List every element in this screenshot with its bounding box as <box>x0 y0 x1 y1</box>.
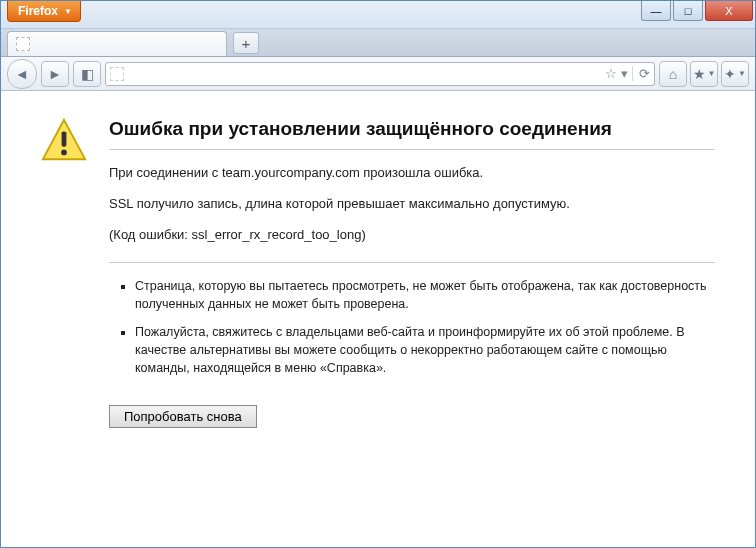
tab-strip: + <box>1 29 755 57</box>
feed-button[interactable]: ◧ <box>73 61 101 87</box>
error-connection-line: При соединении с team.yourcompany.com пр… <box>109 164 715 182</box>
dropdown-icon[interactable]: ▾ <box>621 66 628 81</box>
tab-active[interactable] <box>7 31 227 56</box>
minimize-icon: — <box>651 5 662 17</box>
maximize-icon: □ <box>685 5 692 17</box>
window-titlebar: Firefox ▼ — □ X <box>1 1 755 29</box>
reload-icon[interactable]: ⟳ <box>632 66 650 81</box>
warning-icon <box>41 117 87 428</box>
new-tab-button[interactable]: + <box>233 32 259 54</box>
forward-icon: ► <box>48 66 62 82</box>
chevron-down-icon: ▼ <box>64 7 72 16</box>
error-bullet: Страница, которую вы пытаетесь просмотре… <box>135 277 715 313</box>
forward-button[interactable]: ► <box>41 61 69 87</box>
close-button[interactable]: X <box>705 1 753 21</box>
chevron-down-icon: ▼ <box>738 69 746 78</box>
chevron-down-icon: ▼ <box>708 69 716 78</box>
minimize-button[interactable]: — <box>641 1 671 21</box>
addons-icon: ✦ <box>724 66 736 82</box>
firefox-menu-button[interactable]: Firefox ▼ <box>7 1 81 22</box>
error-title: Ошибка при установлении защищённого соед… <box>109 117 715 150</box>
bookmark-star-icon[interactable]: ☆ <box>605 66 617 81</box>
error-bullet: Пожалуйста, свяжитесь с владельцами веб-… <box>135 323 715 377</box>
site-identity-icon[interactable] <box>110 67 124 81</box>
close-icon: X <box>725 5 732 17</box>
addons-button[interactable]: ✦▼ <box>721 61 749 87</box>
retry-button[interactable]: Попробовать снова <box>109 405 257 428</box>
page-content: Ошибка при установлении защищённого соед… <box>1 91 755 547</box>
bookmarks-icon: ★ <box>693 66 706 82</box>
back-button[interactable]: ◄ <box>7 59 37 89</box>
back-icon: ◄ <box>15 66 29 82</box>
home-button[interactable]: ⌂ <box>659 61 687 87</box>
navigation-toolbar: ◄ ► ◧ ☆ ▾ ⟳ ⌂ ★▼ ✦▼ <box>1 57 755 91</box>
svg-point-2 <box>61 150 67 156</box>
url-bar[interactable]: ☆ ▾ ⟳ <box>105 62 655 86</box>
svg-rect-1 <box>62 131 67 146</box>
plus-icon: + <box>242 35 251 52</box>
firefox-menu-label: Firefox <box>18 4 58 18</box>
bookmarks-menu-button[interactable]: ★▼ <box>690 61 718 87</box>
home-icon: ⌂ <box>669 66 677 82</box>
error-ssl-line: SSL получило запись, длина которой превы… <box>109 195 715 213</box>
maximize-button[interactable]: □ <box>673 1 703 21</box>
error-details: Страница, которую вы пытаетесь просмотре… <box>109 262 715 378</box>
page-favicon-icon <box>16 37 30 51</box>
error-code: (Код ошибки: ssl_error_rx_record_too_lon… <box>109 227 715 242</box>
feed-icon: ◧ <box>81 66 94 82</box>
window-controls: — □ X <box>639 1 753 21</box>
